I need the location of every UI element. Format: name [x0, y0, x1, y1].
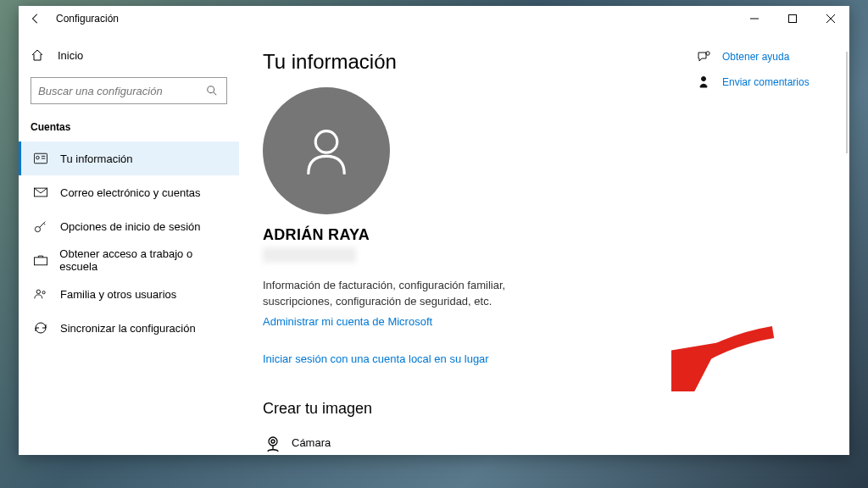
sidebar-item-sync[interactable]: Sincronizar la configuración: [19, 311, 239, 345]
help-panel: Obtener ayuda Enviar comentarios: [697, 50, 832, 101]
annotation-arrow: [671, 324, 782, 391]
people-icon: [33, 288, 48, 300]
nav-home[interactable]: Inicio: [19, 38, 239, 72]
camera-label: Cámara: [292, 436, 331, 449]
sidebar-item-label: Sincronizar la configuración: [60, 322, 196, 335]
svg-line-5: [214, 92, 217, 96]
help-icon: [697, 50, 714, 64]
create-image-heading: Crear tu imagen: [263, 400, 832, 418]
svg-point-22: [702, 77, 706, 81]
home-icon: [31, 48, 46, 62]
sidebar-item-work-school[interactable]: Obtener acceso a trabajo o escuela: [19, 243, 239, 277]
search-icon: [206, 85, 220, 97]
svg-point-18: [269, 437, 277, 446]
id-card-icon: [33, 152, 48, 164]
sidebar-item-label: Correo electrónico y cuentas: [60, 186, 200, 199]
titlebar: Configuración: [19, 6, 849, 31]
feedback-icon: [697, 75, 714, 89]
feedback-link[interactable]: Enviar comentarios: [697, 75, 832, 89]
billing-description: Información de facturación, configuració…: [263, 278, 551, 310]
account-email-redacted: [263, 247, 356, 263]
account-username: ADRIÁN RAYA: [263, 226, 832, 244]
scrollbar[interactable]: [846, 52, 848, 153]
content-pane: Tu información ADRIÁN RAYA Información d…: [239, 31, 849, 455]
sidebar-item-email-accounts[interactable]: Correo electrónico y cuentas: [19, 175, 239, 209]
svg-point-15: [36, 290, 40, 293]
briefcase-icon: [33, 254, 47, 266]
manage-microsoft-account-link[interactable]: Administrar mi cuenta de Microsoft: [263, 315, 432, 328]
sidebar-item-signin-options[interactable]: Opciones de inicio de sesión: [19, 209, 239, 243]
search-box[interactable]: [31, 77, 227, 104]
sidebar-item-label: Familia y otros usuarios: [60, 288, 176, 301]
sync-icon: [33, 321, 48, 335]
svg-point-16: [42, 291, 45, 294]
feedback-label: Enviar comentarios: [722, 76, 810, 88]
avatar: [263, 87, 390, 214]
sidebar-item-label: Obtener acceso a trabajo o escuela: [59, 247, 227, 273]
local-account-signin-link[interactable]: Iniciar sesión con una cuenta local en s…: [263, 352, 489, 365]
minimize-button[interactable]: [735, 6, 773, 31]
sidebar-item-your-info[interactable]: Tu información: [19, 141, 239, 175]
window-title: Configuración: [56, 13, 119, 25]
key-icon: [33, 219, 48, 233]
nav-home-label: Inicio: [58, 49, 83, 62]
sidebar-item-label: Tu información: [60, 152, 133, 165]
svg-point-19: [271, 440, 275, 443]
get-help-link[interactable]: Obtener ayuda: [697, 50, 832, 64]
sidebar-item-family-users[interactable]: Familia y otros usuarios: [19, 277, 239, 311]
svg-line-12: [40, 222, 46, 228]
get-help-label: Obtener ayuda: [722, 51, 789, 63]
sidebar-item-label: Opciones de inicio de sesión: [60, 220, 201, 233]
svg-line-13: [44, 223, 46, 225]
maximize-button[interactable]: [773, 6, 811, 31]
search-input[interactable]: [38, 85, 206, 97]
back-button[interactable]: [19, 6, 53, 31]
settings-window: Configuración Inicio Cuentas: [19, 6, 849, 455]
svg-point-4: [208, 86, 214, 93]
sidebar: Inicio Cuentas Tu información Correo: [19, 31, 239, 455]
svg-point-7: [36, 156, 40, 159]
svg-rect-14: [34, 258, 47, 265]
svg-point-11: [35, 226, 40, 231]
close-button[interactable]: [811, 6, 849, 31]
camera-icon: [263, 431, 292, 455]
sidebar-section-title: Cuentas: [19, 114, 239, 141]
camera-option[interactable]: Cámara: [263, 431, 832, 455]
svg-rect-1: [788, 15, 796, 23]
window-body: Inicio Cuentas Tu información Correo: [19, 31, 849, 455]
mail-icon: [33, 187, 48, 197]
window-controls: [735, 6, 849, 31]
svg-point-17: [315, 131, 337, 153]
